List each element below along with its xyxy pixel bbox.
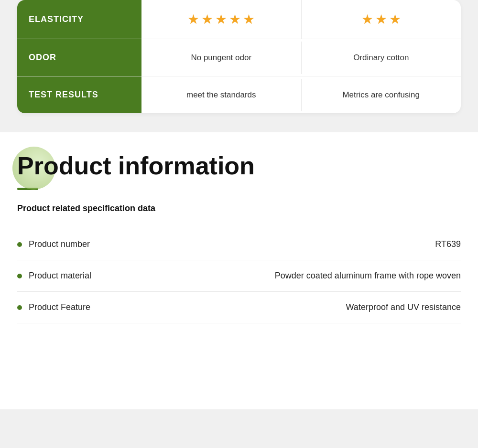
star-2: ★ — [375, 11, 387, 27]
product-info-section: Product information Product related spec… — [0, 132, 478, 409]
product-info-header: Product information — [17, 151, 461, 180]
elasticity-col1: ★ ★ ★ ★ ★ — [141, 0, 302, 39]
spec-subtitle: Product related specification data — [17, 203, 461, 213]
row-label-odor: ODOR — [17, 39, 141, 76]
spec-row-product-number: Product number RT639 — [17, 229, 461, 260]
spec-label-product-feature: Product Feature — [29, 302, 124, 312]
star-1: ★ — [187, 11, 199, 27]
star-5: ★ — [243, 11, 255, 27]
spec-row-product-feature: Product Feature Waterproof and UV resist… — [17, 292, 461, 323]
spec-value-product-material: Powder coated aluminum frame with rope w… — [275, 271, 461, 281]
spec-label-product-number: Product number — [29, 239, 124, 249]
star-3: ★ — [215, 11, 227, 27]
stars-col2: ★ ★ ★ — [317, 11, 446, 27]
comparison-table: ELASTICITY ★ ★ ★ ★ ★ ★ ★ ★ — [17, 0, 461, 113]
table-row: ELASTICITY ★ ★ ★ ★ ★ ★ ★ ★ — [17, 0, 461, 39]
spec-row-product-material: Product material Powder coated aluminum … — [17, 260, 461, 292]
row-label-elasticity: ELASTICITY — [17, 0, 141, 39]
spec-bullet — [17, 242, 22, 247]
row-label-test-results: TEST RESULTS — [17, 76, 141, 113]
test-results-col2: Metrics are confusing — [302, 79, 461, 111]
comparison-section: ELASTICITY ★ ★ ★ ★ ★ ★ ★ ★ — [0, 0, 478, 132]
table-row: ODOR No pungent odor Ordinary cotton — [17, 39, 461, 76]
product-info-title: Product information — [17, 151, 255, 180]
spec-value-product-feature: Waterproof and UV resistance — [346, 302, 461, 312]
odor-col2: Ordinary cotton — [302, 42, 461, 74]
table-row: TEST RESULTS meet the standards Metrics … — [17, 76, 461, 113]
odor-col1: No pungent odor — [141, 42, 302, 74]
spec-bullet — [17, 274, 22, 278]
star-2: ★ — [201, 11, 213, 27]
test-results-col1: meet the standards — [141, 79, 302, 111]
star-4: ★ — [229, 11, 241, 27]
spec-value-product-number: RT639 — [435, 239, 461, 249]
elasticity-col2: ★ ★ ★ — [302, 0, 461, 39]
star-3: ★ — [389, 11, 401, 27]
spec-label-product-material: Product material — [29, 271, 124, 281]
spec-bullet — [17, 305, 22, 310]
star-1: ★ — [361, 11, 373, 27]
stars-col1: ★ ★ ★ ★ ★ — [157, 11, 286, 27]
